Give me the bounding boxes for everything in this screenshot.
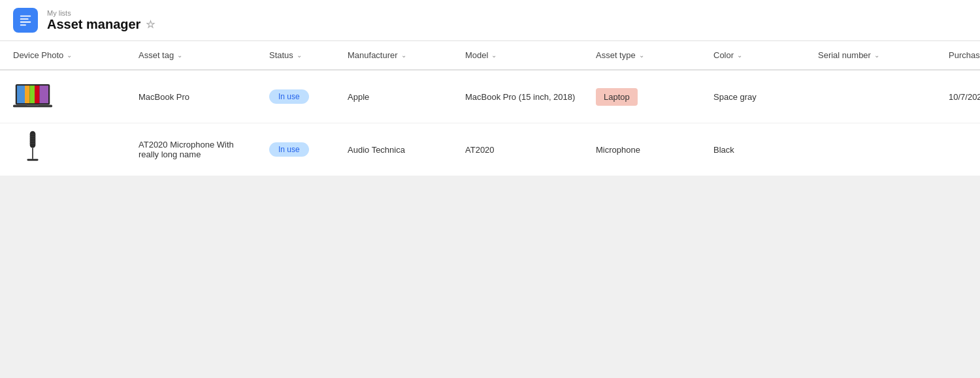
my-lists-label: My lists	[47, 9, 155, 17]
macbook-photo	[13, 77, 52, 116]
svg-rect-0	[20, 16, 31, 17]
chevron-down-icon: ⌄	[874, 52, 879, 59]
cell-serial-1	[810, 90, 941, 103]
cell-model-2: AT2020	[457, 138, 588, 161]
app-icon	[13, 8, 38, 33]
svg-rect-20	[27, 159, 38, 161]
col-header-purchase-date[interactable]: Purchase date ⌄	[941, 41, 980, 69]
macbook-icon	[13, 80, 52, 113]
list-icon	[18, 13, 33, 27]
cell-status-2: In use	[261, 136, 340, 163]
col-header-asset-tag[interactable]: Asset tag ⌄	[131, 41, 261, 69]
table-row[interactable]: AT2020 Microphone With really long name …	[0, 123, 980, 176]
microphone-photo	[13, 130, 52, 169]
chevron-down-icon: ⌄	[737, 52, 742, 59]
svg-rect-7	[25, 86, 30, 103]
svg-rect-6	[17, 86, 25, 103]
page-title: Asset manager	[47, 17, 140, 32]
favorite-star-icon[interactable]: ☆	[146, 18, 155, 31]
svg-rect-12	[27, 104, 39, 106]
asset-type-badge: Laptop	[596, 88, 638, 106]
table-header: Device Photo ⌄ Asset tag ⌄ Status ⌄ Manu…	[0, 41, 980, 71]
cell-device-photo	[0, 71, 131, 123]
cell-asset-type-2: Microphone	[588, 138, 706, 161]
cell-device-photo-2	[0, 123, 131, 176]
table-row[interactable]: MacBook Pro In use Apple MacBook Pro (15…	[0, 71, 980, 123]
cell-serial-2	[810, 143, 941, 156]
svg-rect-1	[20, 18, 29, 20]
chevron-down-icon: ⌄	[177, 52, 182, 59]
app-header: My lists Asset manager ☆	[0, 0, 980, 41]
svg-rect-19	[32, 148, 33, 159]
col-header-serial-number[interactable]: Serial number ⌄	[810, 41, 941, 69]
col-header-asset-type[interactable]: Asset type ⌄	[588, 41, 706, 69]
svg-rect-13	[30, 131, 36, 148]
page-title-row: Asset manager ☆	[47, 17, 155, 32]
header-text: My lists Asset manager ☆	[47, 9, 155, 32]
svg-rect-9	[35, 86, 40, 103]
svg-rect-8	[30, 86, 35, 103]
cell-asset-tag-1: MacBook Pro	[131, 86, 261, 108]
cell-status-1: In use	[261, 83, 340, 110]
col-header-status[interactable]: Status ⌄	[261, 41, 340, 69]
cell-model-1: MacBook Pro (15 inch, 2018)	[457, 86, 588, 108]
chevron-down-icon: ⌄	[639, 52, 644, 59]
chevron-down-icon: ⌄	[297, 52, 302, 59]
svg-rect-2	[20, 22, 31, 23]
cell-asset-tag-2: AT2020 Microphone With really long name	[131, 133, 261, 166]
chevron-down-icon: ⌄	[67, 52, 72, 59]
chevron-down-icon: ⌄	[401, 52, 406, 59]
col-header-model[interactable]: Model ⌄	[457, 41, 588, 69]
cell-manufacturer-2: Audio Technica	[340, 138, 457, 161]
cell-manufacturer-1: Apple	[340, 86, 457, 108]
col-header-color[interactable]: Color ⌄	[706, 41, 810, 69]
microphone-icon	[23, 130, 42, 169]
cell-purchase-date-2	[941, 143, 980, 156]
col-header-manufacturer[interactable]: Manufacturer ⌄	[340, 41, 457, 69]
status-badge: In use	[269, 142, 309, 157]
status-badge: In use	[269, 89, 309, 104]
svg-rect-3	[20, 24, 26, 25]
cell-purchase-date-1: 10/7/2020	[941, 86, 980, 108]
svg-rect-10	[40, 86, 49, 103]
chevron-down-icon: ⌄	[491, 52, 497, 59]
col-header-device-photo[interactable]: Device Photo ⌄	[0, 41, 131, 69]
cell-color-2: Black	[706, 138, 810, 161]
asset-table: Device Photo ⌄ Asset tag ⌄ Status ⌄ Manu…	[0, 41, 980, 176]
cell-asset-type-1: Laptop	[588, 82, 706, 112]
cell-color-1: Space gray	[706, 86, 810, 108]
